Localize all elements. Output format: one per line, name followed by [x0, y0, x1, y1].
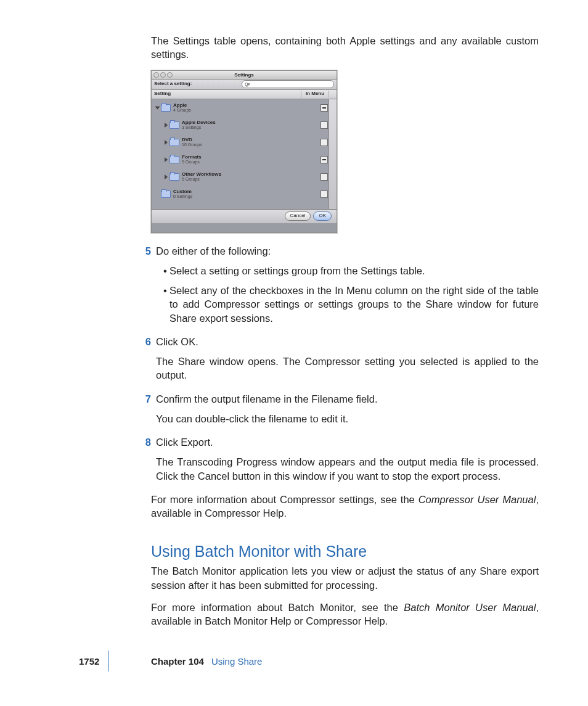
- settings-tree[interactable]: Apple4 GroupsApple Devices3 SettingsDVD1…: [152, 99, 337, 210]
- disclosure-triangle-icon[interactable]: [165, 123, 168, 128]
- bullet: • Select any of the checkboxes in the In…: [163, 284, 539, 325]
- page-number: 1752: [79, 655, 99, 668]
- folder-icon: [169, 139, 179, 146]
- step-8: 8 Click Export. The Transcoding Progress…: [151, 435, 539, 489]
- section-heading: Using Batch Monitor with Share: [151, 541, 539, 562]
- tree-item-sub: 0 Settings: [173, 194, 192, 199]
- tree-item-sub: 5 Groups: [182, 177, 221, 181]
- step-5: 5 Do either of the following: • Select a…: [151, 244, 539, 331]
- tree-item-sub: 5 Groups: [182, 160, 202, 164]
- manual-title: Compressor User Manual: [419, 494, 536, 505]
- disclosure-triangle-icon[interactable]: [165, 174, 168, 179]
- disclosure-triangle-icon[interactable]: [155, 106, 160, 109]
- cancel-button[interactable]: Cancel: [285, 211, 311, 221]
- bullet-dot-icon: •: [163, 284, 169, 325]
- batch-paragraph-2: For more information about Batch Monitor…: [151, 601, 539, 628]
- tree-item-name: Apple Devices: [182, 120, 216, 125]
- window-title: Settings: [234, 72, 254, 78]
- intro-paragraph: The Settings table opens, containing bot…: [151, 34, 539, 62]
- folder-icon: [161, 191, 171, 198]
- tree-row[interactable]: Other Workflows5 Groups: [152, 168, 337, 186]
- table-header: Setting In Menu: [152, 90, 337, 99]
- tree-row[interactable]: Apple4 Groups: [152, 99, 337, 117]
- settings-window: Settings Select a setting: Q▾ Setting In…: [151, 70, 337, 233]
- bullet-text: Select a setting or settings group from …: [169, 264, 539, 277]
- in-menu-checkbox[interactable]: [321, 121, 328, 129]
- footer-rule: [108, 651, 108, 671]
- tree-row[interactable]: DVD10 Groups: [152, 134, 337, 151]
- tree-item-sub: 10 Groups: [182, 142, 202, 147]
- in-menu-checkbox[interactable]: [321, 156, 328, 163]
- scrollbar[interactable]: [329, 99, 337, 209]
- tree-row[interactable]: Formats5 Groups: [152, 151, 337, 168]
- step-follow: The Transcoding Progress window appears …: [156, 455, 539, 483]
- traffic-lights: [153, 72, 173, 78]
- col-setting: Setting: [152, 91, 301, 97]
- folder-icon: [169, 173, 179, 181]
- search-field[interactable]: Q▾: [242, 80, 334, 88]
- manual-title: Batch Monitor User Manual: [404, 602, 536, 613]
- disclosure-triangle-icon[interactable]: [165, 140, 168, 145]
- in-menu-checkbox[interactable]: [321, 139, 328, 146]
- tree-row[interactable]: Custom0 Settings: [152, 186, 337, 203]
- select-row: Select a setting: Q▾: [152, 80, 337, 90]
- chapter-label: Chapter 104Using Share: [151, 655, 262, 668]
- page-footer: 1752 Chapter 104Using Share: [0, 655, 588, 674]
- step-7: 7 Confirm the output filename in the Fil…: [151, 392, 539, 432]
- step-6: 6 Click OK. The Share window opens. The …: [151, 335, 539, 388]
- in-menu-checkbox[interactable]: [321, 173, 328, 181]
- step-number: 6: [139, 335, 156, 388]
- step-number: 5: [139, 244, 156, 331]
- folder-icon: [169, 121, 179, 129]
- ok-button[interactable]: OK: [313, 211, 332, 221]
- search-icon: Q▾: [245, 81, 250, 87]
- in-menu-checkbox[interactable]: [321, 104, 328, 112]
- tree-row[interactable]: Apple Devices3 Settings: [152, 117, 337, 134]
- step-lead: Click OK.: [156, 335, 539, 348]
- button-bar: Cancel OK: [152, 210, 337, 223]
- closing-paragraph: For more information about Compressor se…: [151, 493, 539, 520]
- step-follow: You can double-click the filename to edi…: [156, 412, 539, 425]
- step-lead: Click Export.: [156, 435, 539, 449]
- folder-icon: [161, 104, 171, 112]
- in-menu-checkbox[interactable]: [321, 191, 328, 198]
- tree-item-sub: 3 Settings: [182, 125, 216, 129]
- tree-item-name: Other Workflows: [182, 172, 221, 177]
- tree-item-name: Apple: [173, 103, 191, 108]
- tree-item-sub: 4 Groups: [173, 108, 191, 112]
- batch-paragraph-1: The Batch Monitor application lets you v…: [151, 564, 539, 592]
- folder-icon: [169, 156, 179, 163]
- bullet-dot-icon: •: [163, 264, 169, 277]
- disclosure-triangle-icon[interactable]: [165, 157, 168, 162]
- col-in-menu: In Menu: [301, 91, 329, 97]
- step-number: 7: [139, 392, 156, 432]
- tree-item-name: DVD: [182, 138, 202, 142]
- step-number: 8: [139, 435, 156, 489]
- step-lead: Confirm the output filename in the Filen…: [156, 392, 539, 406]
- step-lead: Do either of the following:: [156, 244, 539, 258]
- step-follow: The Share window opens. The Compressor s…: [156, 355, 539, 382]
- tree-item-name: Custom: [173, 189, 192, 194]
- select-label: Select a setting:: [154, 81, 192, 88]
- tree-item-name: Formats: [182, 155, 202, 160]
- bullet: • Select a setting or settings group fro…: [163, 264, 539, 277]
- bullet-text: Select any of the checkboxes in the In M…: [169, 284, 539, 325]
- window-titlebar: Settings: [152, 71, 337, 80]
